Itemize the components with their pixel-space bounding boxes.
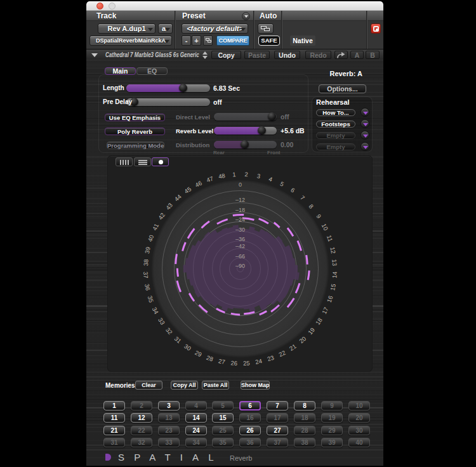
svg-text:4: 4 — [268, 175, 274, 183]
svg-text:12: 12 — [329, 246, 337, 254]
svg-text:–66: –66 — [235, 253, 245, 260]
svg-text:42: 42 — [157, 211, 166, 221]
svg-text:–18: –18 — [235, 207, 245, 213]
svg-text:14: 14 — [331, 272, 338, 279]
svg-text:40: 40 — [146, 234, 155, 243]
svg-text:48: 48 — [218, 172, 226, 180]
svg-text:–24: –24 — [235, 216, 245, 223]
svg-text:17: 17 — [321, 306, 330, 315]
svg-text:26: 26 — [230, 359, 237, 367]
svg-text:0: 0 — [239, 181, 242, 188]
svg-text:47: 47 — [206, 174, 215, 183]
svg-text:46: 46 — [194, 180, 202, 189]
svg-text:38: 38 — [142, 259, 150, 266]
svg-text:41: 41 — [151, 222, 161, 231]
svg-text:28: 28 — [206, 354, 215, 363]
svg-text:34: 34 — [151, 306, 161, 315]
svg-text:21: 21 — [288, 343, 298, 352]
svg-text:39: 39 — [143, 246, 152, 254]
svg-text:16: 16 — [326, 295, 334, 304]
svg-text:13: 13 — [331, 259, 338, 266]
svg-text:6: 6 — [289, 187, 296, 194]
svg-text:9: 9 — [315, 213, 322, 220]
svg-text:–30: –30 — [235, 227, 245, 233]
svg-text:10: 10 — [321, 222, 330, 231]
svg-text:22: 22 — [277, 349, 286, 358]
svg-text:27: 27 — [218, 357, 226, 365]
svg-text:19: 19 — [307, 326, 316, 336]
svg-text:20: 20 — [298, 335, 307, 345]
svg-text:43: 43 — [164, 202, 174, 211]
svg-text:30: 30 — [183, 343, 192, 352]
svg-text:3: 3 — [256, 172, 261, 180]
svg-text:44: 44 — [173, 193, 183, 202]
svg-text:36: 36 — [143, 283, 152, 291]
svg-text:18: 18 — [314, 317, 324, 326]
svg-text:8: 8 — [308, 203, 315, 210]
svg-text:33: 33 — [157, 317, 166, 326]
svg-text:–12: –12 — [235, 197, 245, 203]
svg-text:15: 15 — [329, 283, 337, 291]
svg-text:23: 23 — [267, 354, 275, 363]
svg-text:45: 45 — [183, 185, 192, 195]
svg-text:29: 29 — [194, 349, 202, 358]
svg-text:24: 24 — [255, 357, 263, 365]
svg-text:1: 1 — [232, 171, 236, 178]
svg-text:37: 37 — [142, 272, 150, 279]
svg-text:7: 7 — [299, 194, 306, 202]
svg-text:–42: –42 — [235, 243, 245, 249]
svg-text:31: 31 — [173, 335, 183, 345]
svg-text:–90: –90 — [235, 263, 245, 269]
svg-text:25: 25 — [243, 359, 250, 367]
svg-text:11: 11 — [326, 234, 334, 242]
svg-text:32: 32 — [164, 326, 174, 336]
svg-text:–36: –36 — [235, 236, 245, 242]
svg-text:5: 5 — [279, 180, 286, 188]
svg-text:2: 2 — [244, 171, 248, 178]
svg-text:35: 35 — [146, 295, 155, 304]
